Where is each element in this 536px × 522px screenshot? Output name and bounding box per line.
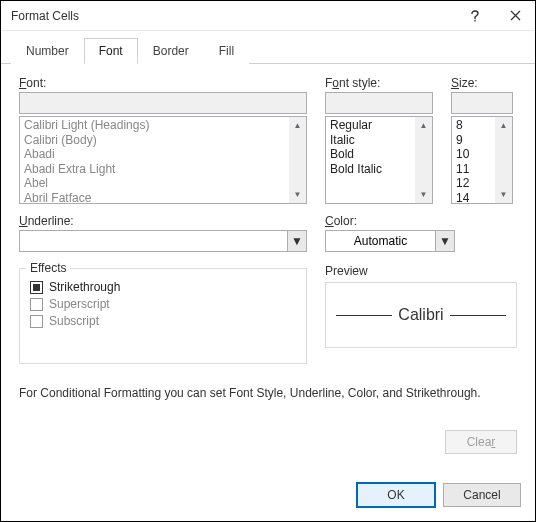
- color-dropdown[interactable]: Automatic ▼: [325, 230, 455, 252]
- subscript-checkbox: Subscript: [30, 314, 296, 328]
- list-item[interactable]: Abadi Extra Light: [22, 162, 304, 177]
- strikethrough-label: Strikethrough: [49, 280, 120, 294]
- list-item[interactable]: Abel: [22, 176, 304, 191]
- checkbox-icon: [30, 315, 43, 328]
- font-style-listbox[interactable]: Regular Italic Bold Bold Italic ▲ ▼: [325, 116, 433, 204]
- effects-label: Effects: [26, 261, 70, 275]
- underline-dropdown[interactable]: ▼: [19, 230, 307, 252]
- effects-preview-row: Effects Strikethrough Superscript Subscr…: [19, 264, 517, 364]
- font-label: Font:: [19, 76, 307, 90]
- font-listbox[interactable]: Calibri Light (Headings) Calibri (Body) …: [19, 116, 307, 204]
- underline-color-row: Underline: ▼ Color: Automatic ▼: [19, 214, 517, 252]
- description-text: For Conditional Formatting you can set F…: [19, 386, 517, 400]
- scroll-down-icon[interactable]: ▼: [289, 186, 306, 203]
- dialog-content: Font: Calibri Light (Headings) Calibri (…: [1, 64, 535, 473]
- size-column: Size: 8 9 10 11 12 14 ▲ ▼: [451, 76, 513, 204]
- effects-groupbox: Effects Strikethrough Superscript Subscr…: [19, 268, 307, 364]
- scroll-down-icon[interactable]: ▼: [495, 186, 512, 203]
- tab-strip: Number Font Border Fill: [1, 31, 535, 64]
- color-column: Color: Automatic ▼: [325, 214, 455, 252]
- cancel-button[interactable]: Cancel: [443, 483, 521, 507]
- preview-column: Preview Calibri: [325, 264, 517, 348]
- close-icon: [510, 10, 521, 21]
- font-list-items: Calibri Light (Headings) Calibri (Body) …: [20, 117, 306, 204]
- chevron-down-icon: ▼: [291, 234, 303, 248]
- superscript-label: Superscript: [49, 297, 110, 311]
- scroll-up-icon[interactable]: ▲: [289, 117, 306, 134]
- clear-button[interactable]: Clear: [445, 430, 517, 454]
- font-style-label: Font style:: [325, 76, 433, 90]
- font-style-column: Font style: Regular Italic Bold Bold Ita…: [325, 76, 433, 204]
- effects-column: Effects Strikethrough Superscript Subscr…: [19, 264, 307, 364]
- list-item[interactable]: Abril Fatface: [22, 191, 304, 205]
- close-button[interactable]: [495, 1, 535, 31]
- ok-button[interactable]: OK: [357, 483, 435, 507]
- subscript-label: Subscript: [49, 314, 99, 328]
- tab-font[interactable]: Font: [84, 38, 138, 64]
- scroll-track[interactable]: [289, 134, 306, 186]
- font-style-input[interactable]: [325, 92, 433, 114]
- preview-sample-text: Calibri: [392, 306, 449, 324]
- underline-column: Underline: ▼: [19, 214, 307, 252]
- dialog-footer: OK Cancel: [1, 473, 535, 521]
- tab-fill[interactable]: Fill: [204, 38, 249, 64]
- font-row: Font: Calibri Light (Headings) Calibri (…: [19, 76, 517, 204]
- underline-label: Underline:: [19, 214, 307, 228]
- list-item[interactable]: Calibri (Body): [22, 133, 304, 148]
- color-label: Color:: [325, 214, 455, 228]
- titlebar: Format Cells: [1, 1, 535, 31]
- strikethrough-checkbox[interactable]: Strikethrough: [30, 280, 296, 294]
- preview-box: Calibri: [325, 282, 517, 348]
- scrollbar[interactable]: ▲ ▼: [495, 117, 512, 203]
- scroll-track[interactable]: [415, 134, 432, 186]
- dialog-title: Format Cells: [11, 9, 455, 23]
- color-value: Automatic: [325, 230, 435, 252]
- size-input[interactable]: [451, 92, 513, 114]
- checkbox-fill-icon: [33, 284, 40, 291]
- underline-value: [19, 230, 287, 252]
- font-input[interactable]: [19, 92, 307, 114]
- dropdown-button[interactable]: ▼: [435, 230, 455, 252]
- size-label: Size:: [451, 76, 513, 90]
- scroll-track[interactable]: [495, 134, 512, 186]
- checkbox-icon: [30, 281, 43, 294]
- scrollbar[interactable]: ▲ ▼: [289, 117, 306, 203]
- superscript-checkbox: Superscript: [30, 297, 296, 311]
- scroll-down-icon[interactable]: ▼: [415, 186, 432, 203]
- help-button[interactable]: [455, 1, 495, 31]
- list-item[interactable]: Calibri Light (Headings): [22, 118, 304, 133]
- checkbox-icon: [30, 298, 43, 311]
- help-icon: [470, 10, 480, 22]
- list-item[interactable]: Abadi: [22, 147, 304, 162]
- chevron-down-icon: ▼: [439, 234, 451, 248]
- format-cells-dialog: Format Cells Number Font Border Fill Fon…: [0, 0, 536, 522]
- clear-row: Clear: [19, 430, 517, 454]
- preview-label: Preview: [325, 264, 517, 278]
- tab-number[interactable]: Number: [11, 38, 84, 64]
- dropdown-button[interactable]: ▼: [287, 230, 307, 252]
- size-listbox[interactable]: 8 9 10 11 12 14 ▲ ▼: [451, 116, 513, 204]
- scroll-up-icon[interactable]: ▲: [415, 117, 432, 134]
- scroll-up-icon[interactable]: ▲: [495, 117, 512, 134]
- tab-border[interactable]: Border: [138, 38, 204, 64]
- font-column: Font: Calibri Light (Headings) Calibri (…: [19, 76, 307, 204]
- scrollbar[interactable]: ▲ ▼: [415, 117, 432, 203]
